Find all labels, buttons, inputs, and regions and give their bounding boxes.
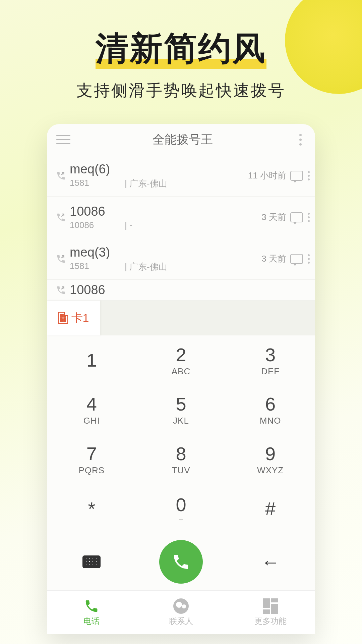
key-digit: 8 (176, 443, 186, 465)
dialpad-key-8[interactable]: 8 TUV (136, 434, 226, 484)
call-name: meq(6) (70, 162, 248, 176)
nav-contacts-label: 联系人 (169, 616, 193, 627)
row-overflow-icon[interactable] (308, 254, 310, 264)
nav-phone-label: 电话 (83, 616, 100, 627)
outgoing-call-icon (54, 285, 68, 295)
call-sub: 1581| 广东-佛山 (70, 178, 248, 190)
call-button[interactable] (159, 540, 203, 584)
sim-label: 卡1 (71, 310, 89, 326)
hero-title-text: 清新简约风 (96, 27, 266, 71)
key-letters: ABC (172, 366, 190, 377)
nav-more-label: 更多功能 (254, 616, 287, 627)
call-row[interactable]: meq(6) 1581| 广东-佛山 11 小时前 (47, 155, 315, 197)
message-icon[interactable] (290, 254, 303, 264)
call-row[interactable]: 10086 10086| - 3 天前 (47, 197, 315, 238)
dialpad-action-row: ← (47, 533, 315, 590)
key-digit: # (265, 498, 276, 520)
key-digit: * (88, 498, 95, 520)
outgoing-call-icon (54, 171, 68, 181)
message-icon[interactable] (290, 171, 303, 181)
key-digit: 3 (265, 344, 276, 366)
dialpad-key-4[interactable]: 4 GHI (47, 385, 136, 435)
key-digit: 6 (265, 393, 276, 415)
call-name: 10086 (70, 204, 261, 219)
key-digit: 0 (176, 494, 186, 516)
nav-phone[interactable]: 电话 (47, 591, 136, 634)
key-letters: + (179, 515, 183, 524)
row-overflow-icon[interactable] (308, 171, 310, 180)
more-tab-icon (263, 598, 278, 614)
dialpad-key-#[interactable]: # (226, 484, 315, 534)
key-letters: PQRS (78, 465, 105, 476)
outgoing-call-icon (54, 212, 68, 222)
dialpad-key-7[interactable]: 7 PQRS (47, 434, 136, 484)
key-digit: 5 (176, 393, 186, 415)
call-time: 3 天前 (261, 253, 286, 265)
overflow-menu-icon[interactable] (295, 134, 306, 146)
keyboard-icon[interactable] (82, 555, 101, 568)
call-log-list[interactable]: meq(6) 1581| 广东-佛山 11 小时前 10086 10086| -… (47, 155, 315, 301)
call-time: 11 小时前 (248, 170, 286, 181)
key-digit: 4 (86, 393, 97, 415)
menu-icon[interactable] (56, 135, 70, 144)
key-digit: 9 (265, 443, 276, 465)
outgoing-call-icon (54, 254, 68, 264)
call-sub: 1581| 广东-佛山 (70, 261, 261, 273)
backspace-icon[interactable]: ← (261, 551, 280, 573)
phone-icon (172, 552, 190, 571)
nav-more[interactable]: 更多功能 (226, 591, 315, 634)
call-name: meq(3) (70, 245, 261, 260)
dialpad-key-6[interactable]: 6 MNO (226, 385, 315, 435)
call-row[interactable]: 10086 (47, 280, 315, 301)
row-overflow-icon[interactable] (308, 213, 310, 222)
message-icon[interactable] (290, 212, 303, 222)
key-digit: 7 (86, 443, 97, 465)
dialpad-key-3[interactable]: 3 DEF (226, 335, 315, 385)
call-name: 10086 (70, 283, 310, 297)
app-title: 全能拨号王 (70, 131, 295, 148)
call-row[interactable]: meq(3) 1581| 广东-佛山 3 天前 (47, 238, 315, 280)
key-letters: JKL (173, 416, 189, 426)
key-letters: MNO (260, 416, 281, 426)
nav-contacts[interactable]: 联系人 (136, 591, 226, 634)
dialpad-key-9[interactable]: 9 WXYZ (226, 434, 315, 484)
appbar: 全能拨号王 (47, 124, 315, 155)
dialpad-key-1[interactable]: 1 (47, 335, 136, 385)
key-letters: WXYZ (257, 465, 284, 476)
key-letters: GHI (83, 416, 100, 426)
sim-icon (58, 312, 68, 324)
dialpad-key-2[interactable]: 2 ABC (136, 335, 226, 385)
key-letters: DEF (261, 366, 280, 377)
key-digit: 2 (176, 344, 186, 366)
call-time: 3 天前 (261, 211, 286, 223)
dialpad: 1 2 ABC 3 DEF 4 GHI 5 JKL 6 MNO 7 PQRS 8… (47, 335, 315, 533)
phone-frame: 全能拨号王 meq(6) 1581| 广东-佛山 11 小时前 10086 10… (47, 124, 315, 634)
dialpad-key-5[interactable]: 5 JKL (136, 385, 226, 435)
dialpad-key-0[interactable]: 0 + (136, 484, 226, 534)
phone-tab-icon (84, 598, 99, 614)
sim-card-selector[interactable]: 卡1 (47, 301, 100, 335)
call-sub: 10086| - (70, 220, 261, 230)
dialpad-key-*[interactable]: * (47, 484, 136, 534)
key-digit: 1 (86, 349, 97, 371)
key-letters: TUV (172, 465, 190, 476)
contacts-tab-icon (173, 598, 189, 614)
hero-title: 清新简约风 (0, 0, 362, 71)
sim-bar: 卡1 (47, 301, 315, 335)
bottom-nav: 电话 联系人 更多功能 (47, 590, 315, 634)
